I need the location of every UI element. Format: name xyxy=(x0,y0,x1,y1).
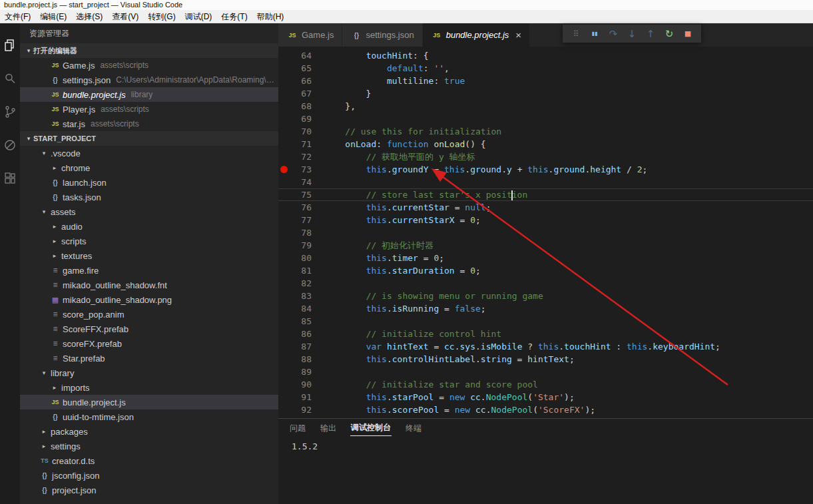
open-editor-item[interactable]: JSbundle.project.jslibrary xyxy=(20,87,278,102)
code-line[interactable]: 86 // initialize control hint xyxy=(278,328,813,340)
breakpoint-gutter[interactable] xyxy=(278,290,289,302)
stop-button[interactable]: ■ xyxy=(678,25,697,43)
tree-item[interactable]: ≡mikado_outline_shadow.fnt xyxy=(20,278,278,292)
search-icon[interactable] xyxy=(0,62,20,95)
tree-item[interactable]: {}launch.json xyxy=(20,175,278,190)
extensions-icon[interactable] xyxy=(0,162,20,195)
breakpoint-gutter[interactable] xyxy=(278,403,289,416)
code-line[interactable]: 91 this.starPool = new cc.NodePool('Star… xyxy=(278,391,813,403)
editor-tab[interactable]: JSGame.js xyxy=(278,23,342,47)
breakpoint-gutter[interactable] xyxy=(278,366,289,378)
tree-item[interactable]: TScreator.d.ts xyxy=(20,453,278,468)
tree-item[interactable]: ≡scoreFX.prefab xyxy=(20,336,278,351)
breakpoint-gutter[interactable] xyxy=(278,113,289,125)
code-line[interactable]: 68 }, xyxy=(278,100,813,113)
code-line[interactable]: 90 // initialize star and score pool xyxy=(278,378,813,391)
breakpoint-gutter[interactable] xyxy=(278,340,289,353)
code-line[interactable]: 66 multiline: true xyxy=(278,75,813,87)
code-line[interactable]: 83 // is showing menu or running game xyxy=(278,290,813,302)
code-line[interactable]: 76 this.currentStar = null; xyxy=(278,201,813,214)
code-line[interactable]: 87 var hintText = cc.sys.isMobile ? this… xyxy=(278,340,813,353)
project-section-header[interactable]: ▾ START_PROJECT xyxy=(20,131,278,146)
code-line[interactable]: 73 this.groundY = this.ground.y + this.g… xyxy=(278,163,813,176)
menu-item[interactable]: 调试(D) xyxy=(180,10,217,23)
breakpoint-gutter[interactable] xyxy=(278,252,289,264)
breakpoint-gutter[interactable] xyxy=(278,391,289,403)
code-line[interactable]: 85 xyxy=(278,315,813,328)
open-editor-item[interactable]: JSPlayer.jsassets\scripts xyxy=(20,102,278,117)
code-line[interactable]: 67 } xyxy=(278,87,813,100)
code-line[interactable]: 69 xyxy=(278,113,813,125)
menu-item[interactable]: 选择(S) xyxy=(71,10,107,23)
code-line[interactable]: 78 xyxy=(278,226,813,239)
breakpoint-gutter[interactable] xyxy=(278,378,289,391)
breakpoint-gutter[interactable] xyxy=(278,62,289,75)
pause-button[interactable]: ▮▮ xyxy=(585,25,604,43)
tree-item[interactable]: ≡game.fire xyxy=(20,263,278,278)
open-editor-item[interactable]: JSGame.jsassets\scripts xyxy=(20,58,278,73)
tree-item[interactable]: ▸scripts xyxy=(20,234,278,248)
breakpoint-gutter[interactable] xyxy=(278,302,289,315)
tree-item[interactable]: {}tasks.json xyxy=(20,190,278,204)
code-line[interactable]: 92 this.scorePool = new cc.NodePool('Sco… xyxy=(278,403,813,416)
code-line[interactable]: 71 onLoad: function onLoad() { xyxy=(278,138,813,150)
breakpoint-gutter[interactable] xyxy=(278,75,289,87)
breakpoint-gutter[interactable] xyxy=(278,226,289,239)
explorer-icon[interactable] xyxy=(0,29,20,62)
tree-item[interactable]: ▾assets xyxy=(20,204,278,219)
code-line[interactable]: 72 // 获取地平面的 y 轴坐标 xyxy=(278,150,813,163)
breakpoint-gutter[interactable] xyxy=(278,315,289,328)
breakpoint-gutter[interactable] xyxy=(278,87,289,100)
drag-handle-icon[interactable]: ⠿ xyxy=(567,25,585,43)
breakpoint-gutter[interactable] xyxy=(278,125,289,138)
menu-item[interactable]: 转到(G) xyxy=(143,10,180,23)
code-line[interactable]: 74 xyxy=(278,176,813,188)
breakpoint-gutter[interactable] xyxy=(278,176,289,188)
code-line[interactable]: 65 default: '', xyxy=(278,62,813,75)
panel-tab[interactable]: 终端 xyxy=(405,421,422,436)
breakpoint-gutter[interactable] xyxy=(278,100,289,113)
tree-item[interactable]: {}uuid-to-mtime.json xyxy=(20,409,278,424)
breakpoint-gutter[interactable] xyxy=(278,163,289,176)
debug-icon[interactable] xyxy=(0,128,20,162)
editor-tab[interactable]: JSbundle.project.js× xyxy=(423,23,530,47)
breakpoint-gutter[interactable] xyxy=(278,49,289,62)
tree-item[interactable]: ▸packages xyxy=(20,424,278,439)
breakpoint-gutter[interactable] xyxy=(278,328,289,340)
code-line[interactable]: 88 this.controlHintLabel.string = hintTe… xyxy=(278,353,813,366)
menu-item[interactable]: 文件(F) xyxy=(0,10,35,23)
open-editor-item[interactable]: JSstar.jsassets\scripts xyxy=(20,117,278,131)
code-line[interactable]: 89 xyxy=(278,366,813,378)
panel-tab[interactable]: 问题 xyxy=(289,421,306,436)
panel-tab[interactable]: 调试控制台 xyxy=(350,420,392,436)
menu-item[interactable]: 任务(T) xyxy=(216,10,252,23)
tree-item[interactable]: ≡ScoreFFX.prefab xyxy=(20,322,278,336)
breakpoint-gutter[interactable] xyxy=(278,239,289,252)
code-line[interactable]: 82 xyxy=(278,277,813,290)
tree-item[interactable]: ▾library xyxy=(20,366,278,380)
breakpoint-gutter[interactable] xyxy=(278,138,289,150)
source-control-icon[interactable] xyxy=(0,95,20,128)
close-icon[interactable]: × xyxy=(515,30,521,40)
tree-item[interactable]: {}jsconfig.json xyxy=(20,468,278,483)
menu-item[interactable]: 帮助(H) xyxy=(252,10,289,23)
code-line[interactable]: 84 this.isRunning = false; xyxy=(278,302,813,315)
code-line[interactable]: 64 touchHint: { xyxy=(278,49,813,62)
open-editors-header[interactable]: ▾ 打开的编辑器 xyxy=(20,43,278,58)
tree-item[interactable]: ≡score_pop.anim xyxy=(20,307,278,322)
tree-item[interactable]: ≡Star.prefab xyxy=(20,351,278,366)
breakpoint-gutter[interactable] xyxy=(278,150,289,163)
code-line[interactable]: 81 this.starDuration = 0; xyxy=(278,264,813,277)
tree-item[interactable]: ▸chrome xyxy=(20,160,278,175)
breakpoint-gutter[interactable] xyxy=(278,214,289,226)
breakpoint-gutter[interactable] xyxy=(278,277,289,290)
tree-item[interactable]: ▸settings xyxy=(20,439,278,453)
editor-tab[interactable]: {}settings.json xyxy=(342,23,422,47)
tree-item[interactable]: {}project.json xyxy=(20,483,278,497)
step-out-button[interactable]: ↑ xyxy=(641,25,660,43)
open-editor-item[interactable]: {}settings.jsonC:\Users\Administrator\Ap… xyxy=(20,73,278,87)
code-line[interactable]: 70 // use this for initialization xyxy=(278,125,813,138)
menu-item[interactable]: 查看(V) xyxy=(107,10,143,23)
tree-item[interactable]: ▸textures xyxy=(20,248,278,263)
tree-item[interactable]: ▸audio xyxy=(20,219,278,234)
